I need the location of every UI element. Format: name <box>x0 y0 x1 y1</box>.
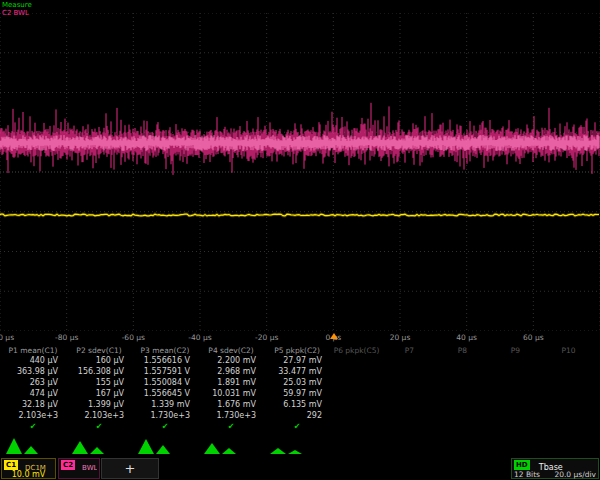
histicons-row <box>0 431 600 457</box>
param-value <box>542 411 595 422</box>
param-value <box>542 378 595 389</box>
param-value: 440 µV <box>0 356 66 367</box>
param-header[interactable]: P2 sdev(C1) <box>66 346 132 356</box>
param-value: 155 µV <box>66 378 132 389</box>
histogram-peak <box>138 439 154 454</box>
param-column-3[interactable]: P3 mean(C2)1.556616 V1.557591 V1.550084 … <box>132 346 198 432</box>
param-header[interactable]: P4 sdev(C2) <box>198 346 264 356</box>
param-header[interactable]: P1 mean(C1) <box>0 346 66 356</box>
param-value: 59.97 mV <box>264 389 330 400</box>
overlay-line1: Measure <box>2 1 32 9</box>
param-value <box>489 378 542 389</box>
param-value <box>436 356 489 367</box>
param-value <box>383 378 436 389</box>
param-value: 2.103e+3 <box>0 411 66 422</box>
hd-badge: HD <box>514 460 530 470</box>
param-value <box>436 400 489 411</box>
histogram-peak <box>90 447 104 454</box>
channel2-coupling: BWL DC1M <box>82 464 97 470</box>
param-value <box>383 389 436 400</box>
param-value <box>542 367 595 378</box>
histicon-p5[interactable] <box>264 431 330 455</box>
param-header[interactable]: P10 <box>542 346 595 356</box>
param-column-10[interactable]: P10 <box>542 346 595 432</box>
param-value: 1.730e+3 <box>132 411 198 422</box>
param-header[interactable]: P6 pkpk(C5) <box>330 346 383 356</box>
histogram-peak <box>222 448 236 454</box>
param-value: 25.03 mV <box>264 378 330 389</box>
param-value <box>383 356 436 367</box>
param-column-9[interactable]: P9 <box>489 346 542 432</box>
param-value <box>383 411 436 422</box>
histicon-p3[interactable] <box>132 431 198 455</box>
param-value: 1.339 mV <box>132 400 198 411</box>
param-value: 474 µV <box>0 389 66 400</box>
param-value: 263 µV <box>0 378 66 389</box>
scope-grid-and-traces <box>0 13 600 331</box>
param-value: 1.550084 V <box>132 378 198 389</box>
param-value <box>330 411 383 422</box>
time-label: -20 µs <box>255 333 278 342</box>
param-value <box>436 389 489 400</box>
param-value: 10.031 mV <box>198 389 264 400</box>
time-label: -100 µs <box>0 333 14 342</box>
param-value: 1.556645 V <box>132 389 198 400</box>
histicon-p4[interactable] <box>198 431 264 455</box>
param-value <box>436 378 489 389</box>
param-column-1[interactable]: P1 mean(C1)440 µV363.98 µV263 µV474 µV32… <box>0 346 66 432</box>
oscilloscope-screen: Measure C2 BWL -100 µs-80 µs-60 µs-40 µs… <box>0 0 600 480</box>
param-value: 1.557591 V <box>132 367 198 378</box>
add-trace-button[interactable]: + <box>101 458 159 479</box>
overlay-line2: C2 BWL <box>2 9 32 17</box>
trigger-position-marker[interactable] <box>330 333 338 339</box>
top-left-overlay: Measure C2 BWL <box>2 1 32 17</box>
time-label: 40 µs <box>456 333 477 342</box>
param-value: 1.891 mV <box>198 378 264 389</box>
param-value <box>330 389 383 400</box>
histogram-peak <box>24 446 38 454</box>
histicon-p2[interactable] <box>66 431 132 455</box>
time-axis: -100 µs-80 µs-60 µs-40 µs-20 µs0 µs20 µs… <box>0 331 600 345</box>
histogram-peak <box>288 450 302 454</box>
param-value: 363.98 µV <box>0 367 66 378</box>
param-column-8[interactable]: P8 <box>436 346 489 432</box>
time-label: -40 µs <box>188 333 211 342</box>
param-value: 160 µV <box>66 356 132 367</box>
param-value: 2.968 mV <box>198 367 264 378</box>
time-label: 60 µs <box>523 333 544 342</box>
param-value <box>489 389 542 400</box>
histicon-p1[interactable] <box>0 431 66 455</box>
param-value: 1.676 mV <box>198 400 264 411</box>
param-value <box>383 367 436 378</box>
param-value <box>489 400 542 411</box>
param-column-4[interactable]: P4 sdev(C2)2.200 mV2.968 mV1.891 mV10.03… <box>198 346 264 432</box>
param-column-6[interactable]: P6 pkpk(C5) <box>330 346 383 432</box>
param-value <box>542 400 595 411</box>
param-value: 6.135 mV <box>264 400 330 411</box>
param-header[interactable]: P7 <box>383 346 436 356</box>
param-header[interactable]: P9 <box>489 346 542 356</box>
param-header[interactable]: P5 pkpk(C2) <box>264 346 330 356</box>
param-column-5[interactable]: P5 pkpk(C2)27.97 mV33.477 mV25.03 mV59.9… <box>264 346 330 432</box>
param-value: 32.18 µV <box>0 400 66 411</box>
param-value <box>383 400 436 411</box>
param-header[interactable]: P8 <box>436 346 489 356</box>
histogram-peak <box>204 443 220 454</box>
param-value <box>436 411 489 422</box>
param-value <box>330 367 383 378</box>
measurement-table: P1 mean(C1)440 µV363.98 µV263 µV474 µV32… <box>0 346 600 432</box>
channel1-descriptor[interactable]: C1 DC1M 10.0 mV <box>1 458 56 479</box>
param-value <box>542 356 595 367</box>
bottom-bar: C1 DC1M 10.0 mV C2 BWL DC1M + HD Tbase 1… <box>0 458 600 480</box>
param-header[interactable]: P3 mean(C2) <box>132 346 198 356</box>
timebase-descriptor[interactable]: HD Tbase 12 Bits 20.0 µs/div <box>511 458 599 479</box>
param-column-2[interactable]: P2 sdev(C1)160 µV156.308 µV155 µV167 µV1… <box>66 346 132 432</box>
param-column-7[interactable]: P7 <box>383 346 436 432</box>
waveform-display[interactable] <box>0 13 600 331</box>
param-value: 167 µV <box>66 389 132 400</box>
channel2-label: C2 <box>61 460 75 470</box>
timebase-bits: 12 Bits <box>514 470 540 480</box>
histogram-peak <box>6 438 22 454</box>
channel2-descriptor[interactable]: C2 BWL DC1M <box>58 458 100 479</box>
time-label: -60 µs <box>122 333 145 342</box>
